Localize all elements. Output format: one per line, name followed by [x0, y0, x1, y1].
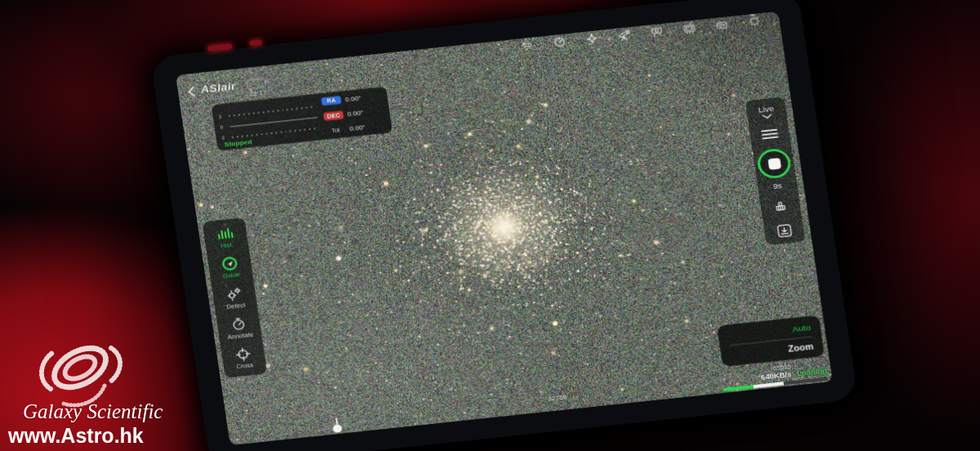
- guide-status: Stopped: [224, 138, 252, 148]
- telescope-icon[interactable]: [617, 29, 632, 42]
- guide-graph: 2 0 2 Stopped: [217, 97, 322, 146]
- tool-detect[interactable]: Detect: [224, 286, 246, 310]
- total-value: 0.00": [349, 123, 366, 132]
- dec-badge: DEC: [323, 110, 344, 120]
- detect-stars-icon: [225, 286, 244, 302]
- photo-background: ASIair 2.1.1(10.74) 22:17 2 0 2: [0, 0, 980, 451]
- chevron-down-icon: [761, 114, 773, 120]
- menu-icon[interactable]: [760, 127, 781, 141]
- guide-camera-icon[interactable]: [649, 25, 665, 38]
- ra-badge: RA: [321, 96, 341, 105]
- focus-star-icon[interactable]: [584, 33, 599, 45]
- annotate-icon: [229, 316, 248, 333]
- filter-wheel-icon[interactable]: [714, 19, 729, 31]
- graph-center-line: [230, 117, 318, 127]
- battery-full-icon: [247, 78, 266, 90]
- dec-readout: DEC 0.00": [323, 106, 385, 120]
- tool-label: Detect: [226, 301, 246, 310]
- tool-label: Annotate: [227, 332, 254, 341]
- watermark: Galaxy Scientific www.Astro.hk: [5, 343, 201, 449]
- graph-dashed-line: [232, 128, 319, 138]
- histogram-icon: [216, 226, 235, 242]
- exposure-time[interactable]: 9s: [773, 182, 782, 191]
- graph-scale-label: 0: [220, 124, 223, 130]
- tool-label: Guide: [222, 271, 240, 279]
- loading-label: Loading: [796, 367, 827, 378]
- total-readout: Tot 0.00": [325, 121, 386, 135]
- chevron-left-icon: [188, 87, 199, 96]
- graph-dashed-line: [229, 106, 316, 116]
- mount-gear-icon[interactable]: [746, 16, 762, 28]
- histogram-mid-value: 32768: [547, 393, 568, 402]
- total-badge: Tot: [325, 125, 345, 135]
- save-icon[interactable]: [774, 222, 794, 239]
- histogram-slider-handle[interactable]: [332, 424, 342, 433]
- tool-cross[interactable]: Cross: [233, 346, 254, 371]
- galaxy-logo-icon: [16, 325, 139, 423]
- ra-readout: RA 0.00": [321, 92, 382, 105]
- capture-stop-button[interactable]: [756, 147, 793, 179]
- guide-readouts: RA 0.00" DEC 0.00" Tot 0.00": [321, 91, 386, 136]
- main-camera-icon[interactable]: [681, 22, 697, 34]
- tablet: ASIair 2.1.1(10.74) 22:17 2 0 2: [176, 11, 833, 445]
- guide-scope-icon: [220, 256, 239, 272]
- download-speed: 640KB/s: [760, 371, 792, 382]
- stretch-brush-icon[interactable]: [771, 199, 791, 215]
- stop-square-icon: [768, 158, 782, 170]
- battery-status: 22:17: [247, 78, 268, 98]
- watermark-site: www.Astro.hk: [8, 424, 144, 448]
- back-button[interactable]: ASIair 2.1.1(10.74): [189, 81, 238, 103]
- tool-histogram[interactable]: Hist.: [216, 226, 237, 250]
- asiair-screen: ASIair 2.1.1(10.74) 22:17 2 0 2: [176, 11, 833, 445]
- wifi-icon[interactable]: [519, 39, 535, 51]
- tool-label: Cross: [236, 362, 254, 370]
- tool-annotate[interactable]: Annotate: [225, 315, 254, 341]
- live-mode-button[interactable]: Live: [758, 104, 776, 120]
- graph-scale-label: 2: [218, 114, 221, 119]
- ra-value: 0.00": [345, 94, 362, 103]
- tool-label: Hist.: [220, 241, 234, 249]
- tool-guide[interactable]: Guide: [220, 256, 241, 280]
- gauge-icon[interactable]: [552, 36, 568, 48]
- crosshair-icon: [233, 346, 252, 363]
- dec-value: 0.00": [346, 109, 363, 118]
- watermark-brand: Galaxy Scientific: [23, 400, 163, 423]
- graph-scale-label: 2: [221, 135, 225, 141]
